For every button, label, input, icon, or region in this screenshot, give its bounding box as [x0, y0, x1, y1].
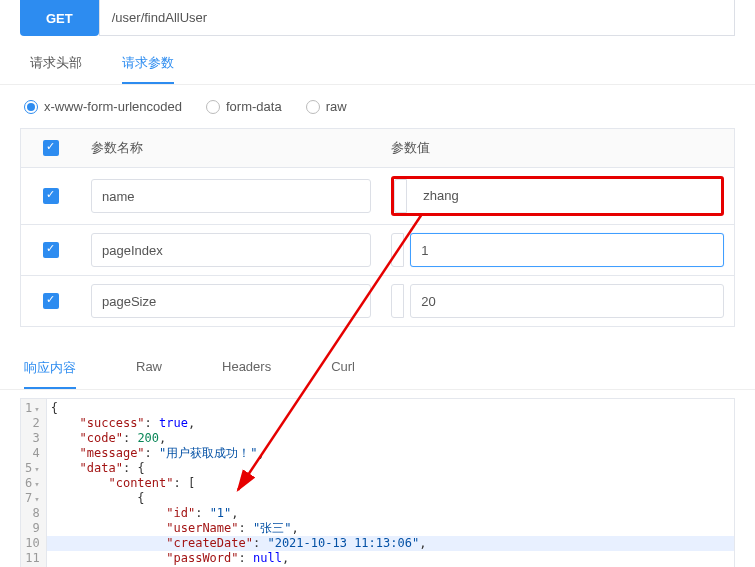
radio-raw[interactable]: raw [306, 99, 347, 114]
row-checkbox[interactable] [43, 188, 59, 204]
response-tabs: 响应内容 Raw Headers Curl [0, 339, 755, 390]
params-header-row: 参数名称 参数值 [21, 129, 734, 168]
radio-dot-icon [306, 100, 320, 114]
params-header-value: 参数值 [381, 129, 734, 167]
radio-urlencoded[interactable]: x-www-form-urlencoded [24, 99, 182, 114]
url-input[interactable]: /user/findAllUser [99, 0, 735, 36]
response-body: 1▾ 2 3 4 5▾ 6▾ 7▾ 8 9 10 11 12 13 14 { "… [20, 398, 735, 567]
param-value-input[interactable] [413, 179, 721, 211]
request-tabs: 请求头部 请求参数 [0, 36, 755, 85]
tab-request-headers[interactable]: 请求头部 [30, 54, 82, 84]
tab-response-raw[interactable]: Raw [136, 359, 162, 389]
param-value-input[interactable] [410, 284, 724, 318]
encoding-radios: x-www-form-urlencoded form-data raw [0, 85, 755, 128]
tab-response-content[interactable]: 响应内容 [24, 359, 76, 389]
params-table: 参数名称 参数值 [20, 128, 735, 327]
radio-label: x-www-form-urlencoded [44, 99, 182, 114]
tab-response-headers[interactable]: Headers [222, 359, 271, 389]
row-checkbox[interactable] [43, 242, 59, 258]
checkbox-all[interactable] [43, 140, 59, 156]
row-checkbox[interactable] [43, 293, 59, 309]
radio-dot-icon [24, 100, 38, 114]
http-method-button[interactable]: GET [20, 0, 99, 36]
param-value-input[interactable] [410, 233, 724, 267]
table-row [21, 276, 734, 326]
param-name-input[interactable] [91, 179, 371, 213]
value-type-selector[interactable] [391, 284, 404, 318]
table-row [21, 225, 734, 276]
highlighted-value-cell [391, 176, 724, 216]
radio-label: form-data [226, 99, 282, 114]
value-type-selector[interactable] [391, 233, 404, 267]
param-name-input[interactable] [91, 233, 371, 267]
tab-request-params[interactable]: 请求参数 [122, 54, 174, 84]
radio-formdata[interactable]: form-data [206, 99, 282, 114]
params-header-name: 参数名称 [81, 129, 381, 167]
value-type-selector[interactable] [394, 179, 407, 213]
tab-response-curl[interactable]: Curl [331, 359, 355, 389]
param-name-input[interactable] [91, 284, 371, 318]
line-gutter: 1▾ 2 3 4 5▾ 6▾ 7▾ 8 9 10 11 12 13 14 [21, 399, 47, 567]
radio-label: raw [326, 99, 347, 114]
code-lines[interactable]: { "success": true, "code": 200, "message… [47, 399, 734, 567]
radio-dot-icon [206, 100, 220, 114]
table-row [21, 168, 734, 225]
